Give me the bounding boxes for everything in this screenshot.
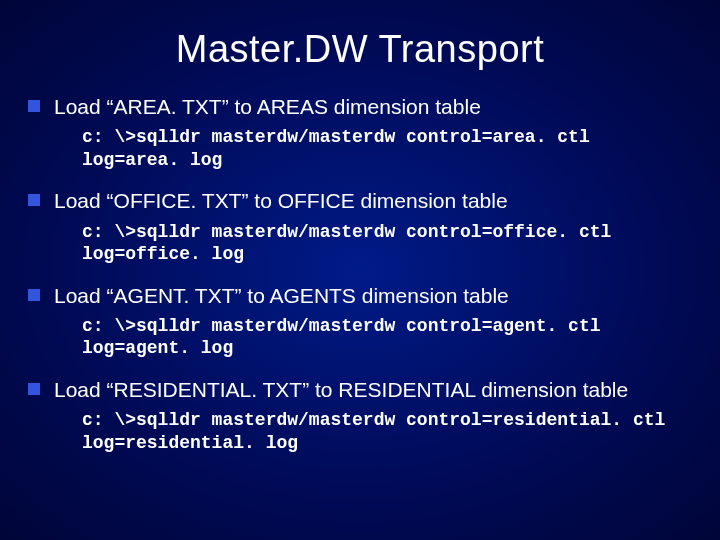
- command-text: c: \>sqlldr masterdw/masterdw control=ar…: [82, 126, 692, 171]
- slide: Master.DW Transport Load “AREA. TXT” to …: [0, 0, 720, 540]
- list-item: Load “AREA. TXT” to AREAS dimension tabl…: [28, 93, 692, 171]
- bullet-point: Load “AGENT. TXT” to AGENTS dimension ta…: [28, 282, 692, 309]
- square-bullet-icon: [28, 289, 40, 301]
- slide-title: Master.DW Transport: [28, 28, 692, 71]
- bullet-text: Load “AGENT. TXT” to AGENTS dimension ta…: [54, 282, 509, 309]
- bullet-point: Load “OFFICE. TXT” to OFFICE dimension t…: [28, 187, 692, 214]
- square-bullet-icon: [28, 194, 40, 206]
- command-text: c: \>sqlldr masterdw/masterdw control=ag…: [82, 315, 692, 360]
- bullet-point: Load “RESIDENTIAL. TXT” to RESIDENTIAL d…: [28, 376, 692, 403]
- command-text: c: \>sqlldr masterdw/masterdw control=of…: [82, 221, 692, 266]
- bullet-text: Load “AREA. TXT” to AREAS dimension tabl…: [54, 93, 481, 120]
- bullet-text: Load “RESIDENTIAL. TXT” to RESIDENTIAL d…: [54, 376, 628, 403]
- list-item: Load “RESIDENTIAL. TXT” to RESIDENTIAL d…: [28, 376, 692, 454]
- square-bullet-icon: [28, 383, 40, 395]
- command-text: c: \>sqlldr masterdw/masterdw control=re…: [82, 409, 692, 454]
- bullet-text: Load “OFFICE. TXT” to OFFICE dimension t…: [54, 187, 508, 214]
- bullet-point: Load “AREA. TXT” to AREAS dimension tabl…: [28, 93, 692, 120]
- square-bullet-icon: [28, 100, 40, 112]
- list-item: Load “AGENT. TXT” to AGENTS dimension ta…: [28, 282, 692, 360]
- list-item: Load “OFFICE. TXT” to OFFICE dimension t…: [28, 187, 692, 265]
